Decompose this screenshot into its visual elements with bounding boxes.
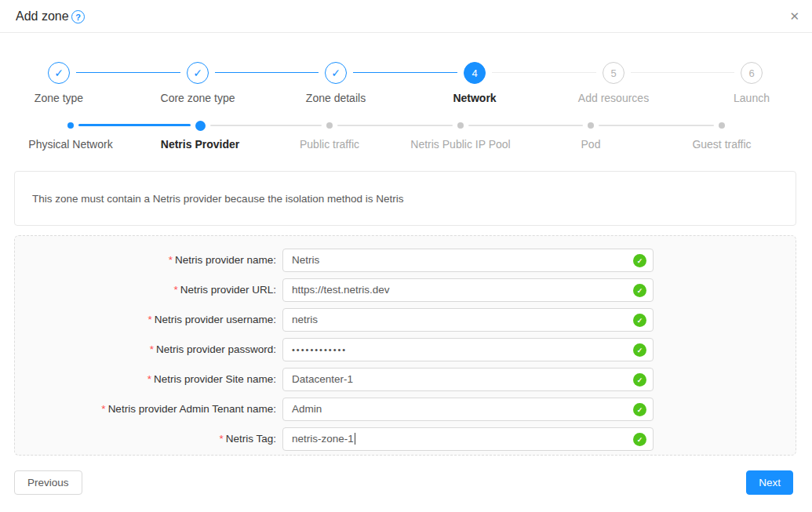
isolation-method-notice: This zone must contain a Netris provider… (14, 171, 796, 226)
valid-check-icon: ✓ (633, 373, 646, 387)
substep-dot-public-traffic (326, 122, 333, 129)
substep-label-netris-public-ip-pool: Netris Public IP Pool (390, 138, 531, 151)
netris-provider-url-input[interactable]: https://test.netris.dev ✓ (282, 278, 654, 302)
valid-check-icon: ✓ (633, 433, 646, 446)
netris-provider-username-input[interactable]: netris ✓ (282, 308, 654, 332)
form-row-netris-provider-username: *Netris provider username: netris ✓ (14, 308, 796, 332)
valid-check-icon: ✓ (633, 403, 646, 416)
step-network-icon: 4 (464, 62, 486, 84)
step-connector (353, 72, 457, 73)
step-label-add-resources: Add resources (547, 92, 680, 104)
netris-provider-site-name-input[interactable]: Datacenter-1 ✓ (282, 368, 654, 391)
next-button[interactable]: Next (746, 470, 793, 495)
substep-dot-netris-public-ip-pool (457, 122, 464, 129)
check-icon: ✓ (193, 67, 202, 79)
valid-check-icon: ✓ (633, 254, 646, 267)
required-marker: * (169, 254, 173, 266)
valid-check-icon: ✓ (633, 284, 646, 297)
required-marker: * (219, 433, 223, 445)
substep-label-pod: Pod (520, 138, 661, 151)
field-label: *Netris provider Site name: (14, 368, 282, 391)
netris-provider-name-input[interactable]: Netris ✓ (282, 249, 654, 272)
step-label-zone-type: Zone type (0, 92, 126, 104)
form-row-netris-provider-name: *Netris provider name: Netris ✓ (14, 249, 796, 272)
field-label: *Netris provider name: (14, 249, 282, 272)
dialog-header: Add zone ? ✕ (0, 0, 812, 33)
step-label-core-zone-type: Core zone type (131, 92, 264, 104)
add-zone-dialog: Add zone ? ✕ ✓ ✓ ✓ 4 5 6 Zone type Core … (0, 0, 812, 512)
step-connector (76, 72, 180, 73)
substep-label-guest-traffic: Guest traffic (651, 138, 792, 151)
netris-provider-password-input[interactable]: •••••••••••• ✓ (282, 338, 654, 361)
valid-check-icon: ✓ (633, 343, 646, 357)
field-label: *Netris Tag: (14, 427, 282, 451)
substep-dot-pod (588, 122, 594, 129)
substep-connector (468, 125, 583, 126)
check-icon: ✓ (54, 67, 64, 79)
valid-check-icon: ✓ (633, 314, 646, 327)
form-row-netris-tag: *Netris Tag: netris-zone-1 ✓ (14, 427, 796, 451)
step-connector (492, 72, 596, 73)
netris-provider-admin-tenant-name-input[interactable]: Admin ✓ (282, 398, 654, 421)
form-row-netris-provider-admin-tenant-name: *Netris provider Admin Tenant name: Admi… (14, 398, 796, 421)
check-icon: ✓ (331, 67, 340, 79)
step-add-resources-icon: 5 (603, 62, 624, 84)
required-marker: * (147, 314, 151, 325)
required-marker: * (173, 284, 177, 296)
required-marker: * (101, 403, 105, 415)
help-icon[interactable]: ? (71, 10, 85, 24)
close-icon[interactable]: ✕ (789, 8, 799, 25)
field-label: *Netris provider URL: (14, 278, 282, 302)
field-label: *Netris provider Admin Tenant name: (14, 398, 282, 421)
substep-connector (599, 125, 714, 126)
dialog-title: Add zone (16, 0, 69, 32)
notice-text: This zone must contain a Netris provider… (32, 193, 403, 205)
substep-dot-physical-network (67, 122, 74, 129)
step-zone-type-icon: ✓ (48, 62, 70, 84)
form-row-netris-provider-site-name: *Netris provider Site name: Datacenter-1… (14, 368, 796, 391)
step-zone-details-icon: ✓ (325, 62, 347, 84)
netris-tag-input[interactable]: netris-zone-1 ✓ (282, 427, 654, 451)
field-label: *Netris provider username: (14, 308, 282, 332)
substep-label-public-traffic: Public traffic (259, 138, 400, 151)
step-number: 5 (610, 67, 616, 79)
substep-dot-guest-traffic (719, 122, 725, 129)
step-label-zone-details: Zone details (269, 92, 402, 104)
step-connector (215, 72, 319, 73)
substep-label-physical-network: Physical Network (0, 138, 141, 151)
substep-connector (337, 125, 453, 126)
substep-dot-netris-provider (195, 121, 206, 131)
step-number: 4 (472, 67, 477, 79)
step-number: 6 (748, 67, 754, 79)
step-label-network: Network (408, 92, 541, 104)
step-connector (631, 72, 734, 73)
step-launch-icon: 6 (741, 62, 763, 84)
step-label-launch: Launch (685, 92, 812, 104)
field-label: *Netris provider password: (14, 338, 282, 361)
substep-connector (210, 125, 322, 126)
previous-button[interactable]: Previous (14, 470, 82, 495)
required-marker: * (147, 373, 151, 385)
form-row-netris-provider-url: *Netris provider URL: https://test.netri… (14, 278, 796, 302)
required-marker: * (150, 343, 154, 355)
text-cursor (355, 433, 356, 445)
form-row-netris-provider-password: *Netris provider password: •••••••••••• … (14, 338, 796, 361)
step-core-zone-type-icon: ✓ (187, 62, 209, 84)
substep-label-netris-provider: Netris Provider (129, 138, 271, 151)
substep-connector (78, 124, 191, 126)
